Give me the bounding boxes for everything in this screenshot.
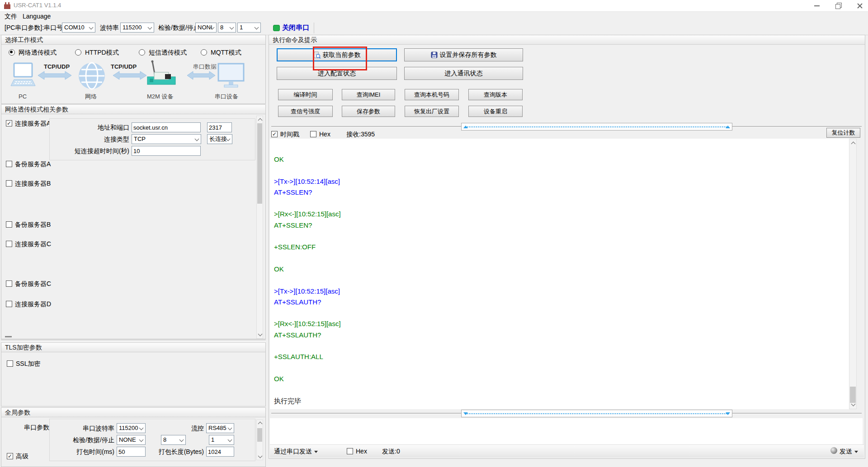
scroll-down-icon[interactable] — [258, 454, 263, 458]
pack-len-input[interactable] — [206, 447, 234, 457]
query-phone-number-button[interactable]: 查询本机号码 — [405, 89, 459, 100]
log-scrollbar[interactable] — [849, 139, 857, 409]
log-line: OK — [274, 264, 849, 275]
send-bar: 通过串口发送 Hex 发送:0 发送 — [270, 444, 864, 458]
baud-select[interactable]: 115200 — [120, 23, 154, 33]
server-d-checkbox[interactable] — [6, 301, 12, 307]
serial-baud-select[interactable]: 115200 — [117, 423, 146, 433]
scroll-up-icon[interactable] — [258, 118, 263, 123]
log-hex-label[interactable]: Hex — [319, 130, 330, 139]
backup-server-c-checkbox[interactable] — [6, 280, 12, 287]
net-params-header: 网络透传模式相关参数 — [1, 105, 265, 114]
radio-net-passthrough-label[interactable]: 网络透传模式 — [19, 48, 57, 57]
advanced-label[interactable]: 高级 — [16, 452, 28, 461]
server-addr-input[interactable] — [132, 122, 201, 132]
server-d-label[interactable]: 连接服务器D — [15, 299, 51, 308]
log-body[interactable]: OK>[Tx->][10:52:14][asc]AT+SSLEN?>[Rx<-]… — [270, 139, 849, 409]
scroll-up-icon[interactable] — [851, 142, 856, 146]
conn-type-select[interactable]: TCP — [132, 134, 201, 144]
ssl-label[interactable]: SSL加密 — [16, 359, 40, 368]
backup-server-b-checkbox[interactable] — [6, 221, 12, 228]
serial-parity-select[interactable]: NONE — [117, 435, 146, 445]
radio-net-passthrough[interactable] — [9, 49, 15, 56]
timestamp-checkbox[interactable] — [271, 131, 278, 137]
scroll-down-icon[interactable] — [258, 332, 263, 336]
radio-httpd-label[interactable]: HTTPD模式 — [85, 48, 119, 57]
factory-reset-button[interactable]: 恢复出厂设置 — [405, 106, 459, 117]
server-a-checkbox[interactable] — [6, 120, 12, 126]
send-textarea[interactable] — [270, 418, 863, 444]
flow-label: 流控 — [151, 424, 204, 433]
backup-server-b-label[interactable]: 备份服务器B — [15, 220, 51, 229]
radio-mqtt-label[interactable]: MQTT模式 — [211, 48, 241, 57]
compile-time-button[interactable]: 编译时间 — [278, 89, 333, 100]
caret-down-icon — [314, 451, 318, 453]
bottom-trackbar-slider[interactable] — [461, 410, 732, 417]
tls-group: TLS加密参数 SSL加密 — [1, 342, 266, 406]
log-hex-checkbox[interactable] — [310, 131, 316, 137]
link-label-tcp2: TCP/UDP — [111, 62, 137, 71]
send-hex-label[interactable]: Hex — [356, 447, 367, 456]
reset-counter-button[interactable]: 复位计数 — [826, 128, 860, 138]
trackbar-marker-icon[interactable] — [726, 412, 730, 415]
server-c-label[interactable]: 连接服务器C — [15, 239, 51, 248]
radio-sms-passthrough-label[interactable]: 短信透传模式 — [149, 48, 187, 57]
query-imei-button[interactable]: 查询IMEI — [342, 89, 395, 100]
radio-httpd[interactable] — [75, 49, 81, 56]
server-b-label[interactable]: 连接服务器B — [15, 179, 51, 188]
radio-mqtt[interactable] — [201, 49, 207, 56]
short-timeout-input[interactable] — [132, 146, 201, 156]
advanced-checkbox[interactable] — [7, 453, 13, 459]
save-params-button[interactable]: 保存参数 — [342, 106, 395, 117]
net-params-scrollbar[interactable] — [256, 116, 263, 339]
close-port-button[interactable]: 关闭串口 — [282, 23, 309, 32]
stopbits-select[interactable]: 1 — [237, 23, 261, 33]
radio-sms-passthrough[interactable] — [139, 49, 145, 56]
query-signal-button[interactable]: 查信号强度 — [278, 106, 333, 117]
server-b-checkbox[interactable] — [6, 180, 12, 187]
databits-value: 8 — [220, 24, 223, 31]
trackbar-marker-icon[interactable] — [726, 126, 730, 128]
caret-down-icon — [854, 451, 858, 453]
backup-server-c-label[interactable]: 备份服务器C — [15, 279, 51, 288]
scroll-up-icon[interactable] — [258, 422, 263, 426]
com-port-select[interactable]: COM10 — [62, 23, 95, 33]
device-restart-button[interactable]: 设备重启 — [468, 106, 523, 117]
backup-server-a-label[interactable]: 备份服务器A — [15, 159, 51, 168]
enter-comm-button[interactable]: 进入通讯状态 — [404, 67, 523, 80]
menu-file[interactable]: 文件 — [3, 12, 19, 21]
send-via-dropdown[interactable]: 通过串口发送 — [274, 447, 318, 456]
conn-keep-value: 长连接 — [209, 135, 227, 142]
ssl-checkbox[interactable] — [7, 360, 13, 367]
query-version-button[interactable]: 查询版本 — [468, 89, 523, 100]
serial-stopbits-select[interactable]: 1 — [209, 435, 234, 445]
server-port-input[interactable] — [207, 122, 232, 132]
baud-value: 115200 — [123, 24, 142, 31]
menu-language[interactable]: Language — [21, 12, 52, 21]
scrollbar-thumb[interactable] — [850, 387, 856, 403]
send-button-label: 发送 — [840, 448, 852, 455]
send-button[interactable]: 发送 — [840, 447, 858, 456]
server-c-checkbox[interactable] — [6, 241, 12, 247]
send-hex-checkbox[interactable] — [347, 448, 353, 454]
partial-divider — [5, 336, 12, 337]
databits-select[interactable]: 8 — [218, 23, 236, 33]
stopbits-value: 1 — [240, 24, 243, 31]
conn-keep-select[interactable]: 长连接 — [207, 134, 232, 144]
top-trackbar-slider[interactable] — [461, 123, 732, 131]
parity-select[interactable]: NONI — [195, 23, 217, 33]
backup-server-a-checkbox[interactable] — [6, 161, 12, 167]
server-a-label[interactable]: 连接服务器A — [15, 119, 51, 128]
global-scrollbar[interactable] — [256, 420, 263, 460]
sent-counter: 发送:0 — [382, 447, 400, 456]
scrollbar-thumb[interactable] — [257, 428, 262, 442]
scrollbar-thumb[interactable] — [257, 123, 262, 204]
restore-button[interactable] — [831, 0, 846, 11]
minimize-button[interactable] — [809, 0, 825, 11]
pack-time-input[interactable] — [117, 447, 146, 457]
timestamp-label[interactable]: 时间戳 — [280, 130, 299, 139]
flow-select[interactable]: RS485 — [206, 423, 234, 433]
close-button[interactable] — [852, 0, 867, 11]
set-save-params-button[interactable]: 设置并保存所有参数 — [404, 48, 523, 61]
serial-databits-select[interactable]: 8 — [161, 435, 186, 445]
